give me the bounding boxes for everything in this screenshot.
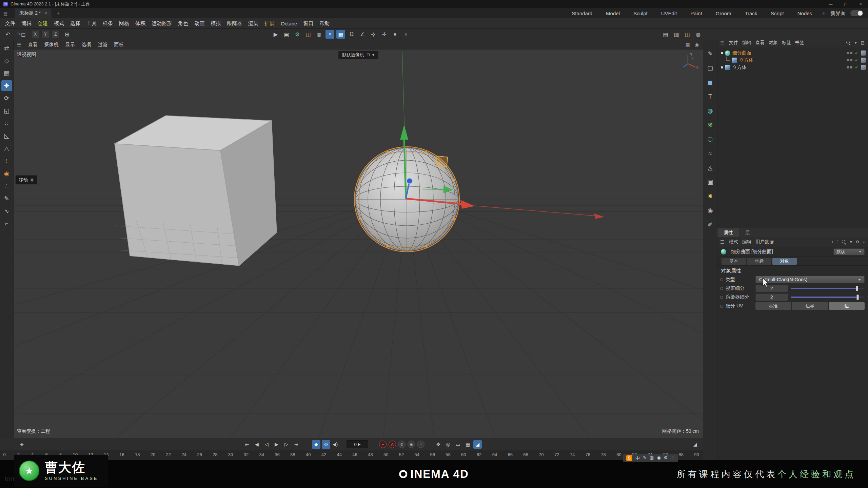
new-interface-label[interactable]: 新界面 xyxy=(830,10,846,17)
y-axis-arrowhead[interactable] xyxy=(400,125,408,140)
view-label[interactable]: 透视视图 xyxy=(17,52,36,58)
panel-options-icon[interactable]: ▤ xyxy=(861,40,865,45)
spline-tool-icon[interactable]: ∿ xyxy=(1,206,12,217)
visibility-toggles[interactable] xyxy=(847,59,852,61)
layout-item[interactable]: Sculpt xyxy=(633,11,648,16)
pen-tool-icon[interactable]: ✎ xyxy=(705,49,715,59)
ime-settings-icon[interactable]: ⚙ xyxy=(664,455,668,461)
om-menu-item[interactable]: 书签 xyxy=(793,40,806,46)
menu-item[interactable]: 样条 xyxy=(101,20,115,27)
coordinate-system-icon[interactable]: ⊞ xyxy=(63,30,72,39)
perspective-viewport[interactable]: 透视视图 默认摄像机 ⊡ ▾ Y Z X 移动 ✥ 查看变换：工程 网格间距：5… xyxy=(14,49,703,438)
om-menu-item[interactable]: 标签 xyxy=(780,40,793,46)
om-menu-icon[interactable]: ☰ xyxy=(717,40,727,45)
tree-item-cube[interactable]: 立方体 ✓ xyxy=(717,64,868,71)
move-tool-icon[interactable]: ✥ xyxy=(1,80,12,91)
history-back-icon[interactable]: ‹ xyxy=(832,240,833,244)
om-menu-item[interactable]: 文件 xyxy=(727,40,740,46)
uv-option-edge[interactable]: 边 xyxy=(829,302,865,310)
search-icon[interactable] xyxy=(846,41,851,45)
menu-item[interactable]: 选择 xyxy=(68,20,82,27)
menu-item[interactable]: 编辑 xyxy=(19,20,34,27)
key-region-icon[interactable]: ◎ xyxy=(444,440,452,449)
autokey-icon[interactable]: A xyxy=(389,441,396,448)
shading-sphere-dark-icon[interactable]: ● xyxy=(401,30,410,39)
rectangle-selection-icon[interactable]: ◻ xyxy=(19,30,28,39)
axis-icon[interactable]: ⊹ xyxy=(369,30,378,39)
viewport-menu-item[interactable]: 显示 xyxy=(62,42,78,48)
attr-menu-item[interactable]: 编辑 xyxy=(740,239,753,245)
object-name[interactable]: 细分曲面 xyxy=(732,50,751,56)
render-subdivision-slider[interactable] xyxy=(791,293,865,301)
go-to-start-icon[interactable]: ⇤ xyxy=(243,440,251,449)
z-axis-dot[interactable] xyxy=(407,178,412,184)
paint-icon[interactable]: ✐ xyxy=(705,220,715,230)
attr-menu-item[interactable]: 模式 xyxy=(727,239,740,245)
layout-split-icon[interactable]: ▥ xyxy=(672,30,681,39)
measure-tool-icon[interactable]: ⌐ xyxy=(1,218,12,229)
viewport-subdivision-slider[interactable] xyxy=(791,285,865,292)
layout-item[interactable]: Model xyxy=(606,11,620,16)
menu-item[interactable]: 帮助 xyxy=(317,20,332,27)
object-name[interactable]: 立方体 xyxy=(732,64,747,70)
menu-item[interactable]: 体积 xyxy=(133,20,147,27)
tab-attributes[interactable]: 属性 xyxy=(717,228,739,237)
tab-coordinates[interactable]: 坐标 xyxy=(747,258,771,265)
add-layout-button[interactable]: + xyxy=(817,10,830,17)
enabled-check-icon[interactable]: ✓ xyxy=(855,58,859,63)
y-axis-lock-button[interactable]: Y xyxy=(41,30,50,38)
viewport-menu-item[interactable]: 面板 xyxy=(111,42,127,48)
quantize-icon[interactable]: ∠ xyxy=(358,30,367,39)
record-keyframe-icon[interactable]: ● xyxy=(379,441,387,448)
palette-icon[interactable]: ∴ xyxy=(1,181,12,191)
ime-chinese-icon[interactable]: 中 xyxy=(635,455,640,461)
tab-basic[interactable]: 基本 xyxy=(722,258,746,265)
current-frame-field[interactable]: 0 F xyxy=(347,440,368,448)
section-title[interactable]: 对象属性 xyxy=(717,266,868,275)
snap-icon[interactable]: ⌖ xyxy=(326,30,334,39)
record-parameter-icon[interactable]: ○ xyxy=(417,441,425,448)
spline-primitive-icon[interactable]: ▢ xyxy=(705,63,715,73)
filter-icon[interactable]: ▾ xyxy=(855,40,857,45)
material-preview-icon[interactable]: ◍ xyxy=(694,30,703,39)
undo-icon[interactable]: ↶ xyxy=(3,30,12,39)
keyframe-selection-icon[interactable]: ◆ xyxy=(312,440,320,449)
animation-dot[interactable] xyxy=(720,278,723,281)
viewport-menu-item[interactable]: 查看 xyxy=(25,42,41,48)
layout-item[interactable]: Nodes xyxy=(797,11,812,16)
attr-menu-item[interactable]: 用户数据 xyxy=(753,239,776,245)
history-up-icon[interactable]: ˆ xyxy=(837,240,838,244)
ime-pen-icon[interactable]: ✎ xyxy=(643,455,647,461)
tabbar-menu-icon[interactable]: ▤ xyxy=(3,11,7,16)
viewport-menu-icon[interactable]: ☰ xyxy=(14,42,25,47)
solo-mode-icon[interactable]: ◉ xyxy=(1,168,12,179)
layout-item[interactable]: Standard xyxy=(572,11,592,16)
slider-handle[interactable] xyxy=(856,286,858,291)
viewport-options-icon[interactable]: ◉ xyxy=(695,42,699,47)
magnet-icon[interactable]: Ω xyxy=(347,30,356,39)
menu-item[interactable]: 创建 xyxy=(36,20,50,27)
tab-object[interactable]: 对象 xyxy=(772,258,797,265)
camera-icon[interactable]: ▣ xyxy=(705,177,715,187)
document-tab[interactable]: 未标题 2 * ✕ xyxy=(15,8,52,18)
record-position-icon[interactable]: ⊙ xyxy=(398,441,406,448)
polygon-mode-icon[interactable]: △ xyxy=(1,143,12,154)
animation-dot[interactable] xyxy=(720,305,723,308)
motion-clip-icon[interactable]: ▭ xyxy=(454,440,462,449)
autokey-scope-icon[interactable]: ⊙ xyxy=(322,440,330,449)
type-dropdown[interactable]: Catmull-Clark(N-Gons) xyxy=(755,276,865,283)
ime-more-icon[interactable]: ⋮ xyxy=(671,455,675,461)
modeling-axis-icon[interactable]: ✛ xyxy=(380,30,389,39)
expand-dot[interactable] xyxy=(721,52,723,54)
view-solo-icon[interactable]: ◍ xyxy=(315,30,323,39)
cube-object[interactable] xyxy=(115,116,277,266)
layout-panel-icon[interactable]: ▤ xyxy=(661,30,670,39)
slider-handle[interactable] xyxy=(856,294,859,300)
rotate-tool-icon[interactable]: ⟳ xyxy=(1,93,12,104)
workplane-icon[interactable]: ◫ xyxy=(304,30,313,39)
play-icon[interactable]: ▶ xyxy=(272,440,281,449)
x-axis-lock-button[interactable]: X xyxy=(31,30,39,38)
record-rotation-icon[interactable]: ◉ xyxy=(408,441,415,448)
layout-item[interactable]: Paint xyxy=(690,11,702,16)
camera-label[interactable]: 默认摄像机 ⊡ ▾ xyxy=(338,51,378,59)
